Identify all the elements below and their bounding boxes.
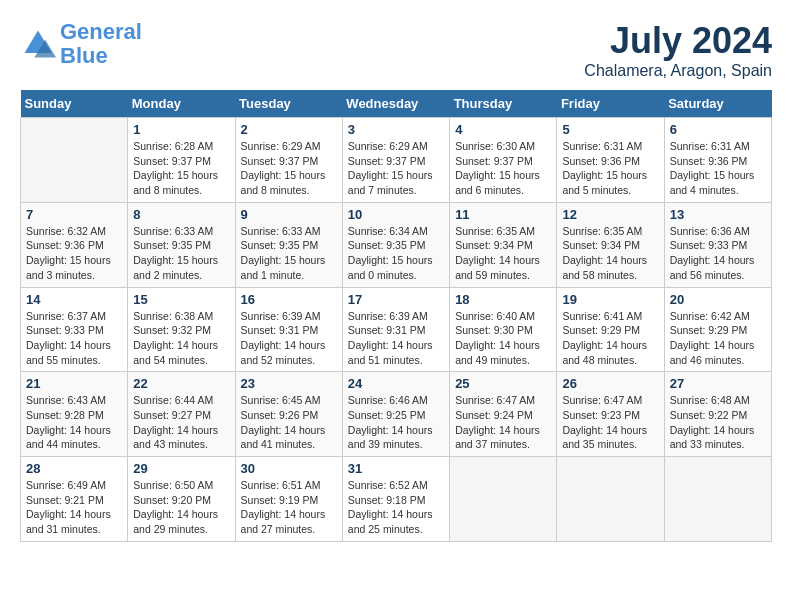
col-header-friday: Friday [557, 90, 664, 118]
calendar-cell: 14Sunrise: 6:37 AMSunset: 9:33 PMDayligh… [21, 287, 128, 372]
day-number: 25 [455, 376, 551, 391]
calendar-cell [664, 457, 771, 542]
day-number: 13 [670, 207, 766, 222]
day-info: Sunrise: 6:33 AMSunset: 9:35 PMDaylight:… [241, 224, 337, 283]
day-number: 15 [133, 292, 229, 307]
calendar-cell: 3Sunrise: 6:29 AMSunset: 9:37 PMDaylight… [342, 118, 449, 203]
calendar-cell: 1Sunrise: 6:28 AMSunset: 9:37 PMDaylight… [128, 118, 235, 203]
calendar-cell: 17Sunrise: 6:39 AMSunset: 9:31 PMDayligh… [342, 287, 449, 372]
calendar-cell: 29Sunrise: 6:50 AMSunset: 9:20 PMDayligh… [128, 457, 235, 542]
day-info: Sunrise: 6:52 AMSunset: 9:18 PMDaylight:… [348, 478, 444, 537]
day-number: 9 [241, 207, 337, 222]
calendar-cell: 10Sunrise: 6:34 AMSunset: 9:35 PMDayligh… [342, 202, 449, 287]
col-header-monday: Monday [128, 90, 235, 118]
day-info: Sunrise: 6:43 AMSunset: 9:28 PMDaylight:… [26, 393, 122, 452]
day-info: Sunrise: 6:34 AMSunset: 9:35 PMDaylight:… [348, 224, 444, 283]
calendar-cell: 28Sunrise: 6:49 AMSunset: 9:21 PMDayligh… [21, 457, 128, 542]
day-number: 20 [670, 292, 766, 307]
week-row-5: 28Sunrise: 6:49 AMSunset: 9:21 PMDayligh… [21, 457, 772, 542]
col-header-saturday: Saturday [664, 90, 771, 118]
day-number: 31 [348, 461, 444, 476]
day-info: Sunrise: 6:42 AMSunset: 9:29 PMDaylight:… [670, 309, 766, 368]
calendar-cell: 4Sunrise: 6:30 AMSunset: 9:37 PMDaylight… [450, 118, 557, 203]
day-number: 24 [348, 376, 444, 391]
calendar-cell [21, 118, 128, 203]
logo-text: General Blue [60, 20, 142, 68]
calendar-cell: 27Sunrise: 6:48 AMSunset: 9:22 PMDayligh… [664, 372, 771, 457]
calendar-cell: 11Sunrise: 6:35 AMSunset: 9:34 PMDayligh… [450, 202, 557, 287]
calendar-cell: 18Sunrise: 6:40 AMSunset: 9:30 PMDayligh… [450, 287, 557, 372]
day-info: Sunrise: 6:48 AMSunset: 9:22 PMDaylight:… [670, 393, 766, 452]
calendar-cell: 2Sunrise: 6:29 AMSunset: 9:37 PMDaylight… [235, 118, 342, 203]
day-info: Sunrise: 6:47 AMSunset: 9:23 PMDaylight:… [562, 393, 658, 452]
day-number: 14 [26, 292, 122, 307]
calendar-cell [450, 457, 557, 542]
calendar-cell: 26Sunrise: 6:47 AMSunset: 9:23 PMDayligh… [557, 372, 664, 457]
day-info: Sunrise: 6:41 AMSunset: 9:29 PMDaylight:… [562, 309, 658, 368]
day-info: Sunrise: 6:46 AMSunset: 9:25 PMDaylight:… [348, 393, 444, 452]
calendar-cell: 9Sunrise: 6:33 AMSunset: 9:35 PMDaylight… [235, 202, 342, 287]
col-header-tuesday: Tuesday [235, 90, 342, 118]
calendar-cell: 5Sunrise: 6:31 AMSunset: 9:36 PMDaylight… [557, 118, 664, 203]
day-number: 6 [670, 122, 766, 137]
calendar-cell: 16Sunrise: 6:39 AMSunset: 9:31 PMDayligh… [235, 287, 342, 372]
day-number: 21 [26, 376, 122, 391]
day-number: 12 [562, 207, 658, 222]
day-info: Sunrise: 6:49 AMSunset: 9:21 PMDaylight:… [26, 478, 122, 537]
calendar-cell: 19Sunrise: 6:41 AMSunset: 9:29 PMDayligh… [557, 287, 664, 372]
day-info: Sunrise: 6:47 AMSunset: 9:24 PMDaylight:… [455, 393, 551, 452]
logo-icon [20, 26, 56, 62]
column-headers: SundayMondayTuesdayWednesdayThursdayFrid… [21, 90, 772, 118]
calendar-table: SundayMondayTuesdayWednesdayThursdayFrid… [20, 90, 772, 542]
page-header: General Blue July 2024 Chalamera, Aragon… [20, 20, 772, 80]
day-info: Sunrise: 6:37 AMSunset: 9:33 PMDaylight:… [26, 309, 122, 368]
day-info: Sunrise: 6:35 AMSunset: 9:34 PMDaylight:… [562, 224, 658, 283]
day-number: 22 [133, 376, 229, 391]
week-row-3: 14Sunrise: 6:37 AMSunset: 9:33 PMDayligh… [21, 287, 772, 372]
day-info: Sunrise: 6:45 AMSunset: 9:26 PMDaylight:… [241, 393, 337, 452]
day-info: Sunrise: 6:50 AMSunset: 9:20 PMDaylight:… [133, 478, 229, 537]
calendar-cell: 21Sunrise: 6:43 AMSunset: 9:28 PMDayligh… [21, 372, 128, 457]
day-info: Sunrise: 6:29 AMSunset: 9:37 PMDaylight:… [241, 139, 337, 198]
calendar-cell [557, 457, 664, 542]
day-number: 16 [241, 292, 337, 307]
col-header-thursday: Thursday [450, 90, 557, 118]
day-number: 18 [455, 292, 551, 307]
week-row-1: 1Sunrise: 6:28 AMSunset: 9:37 PMDaylight… [21, 118, 772, 203]
day-info: Sunrise: 6:39 AMSunset: 9:31 PMDaylight:… [348, 309, 444, 368]
day-info: Sunrise: 6:31 AMSunset: 9:36 PMDaylight:… [670, 139, 766, 198]
calendar-cell: 6Sunrise: 6:31 AMSunset: 9:36 PMDaylight… [664, 118, 771, 203]
logo: General Blue [20, 20, 142, 68]
day-number: 23 [241, 376, 337, 391]
calendar-cell: 25Sunrise: 6:47 AMSunset: 9:24 PMDayligh… [450, 372, 557, 457]
day-info: Sunrise: 6:29 AMSunset: 9:37 PMDaylight:… [348, 139, 444, 198]
day-number: 1 [133, 122, 229, 137]
day-info: Sunrise: 6:31 AMSunset: 9:36 PMDaylight:… [562, 139, 658, 198]
day-info: Sunrise: 6:35 AMSunset: 9:34 PMDaylight:… [455, 224, 551, 283]
day-info: Sunrise: 6:44 AMSunset: 9:27 PMDaylight:… [133, 393, 229, 452]
location-title: Chalamera, Aragon, Spain [584, 62, 772, 80]
day-number: 3 [348, 122, 444, 137]
day-number: 30 [241, 461, 337, 476]
day-info: Sunrise: 6:39 AMSunset: 9:31 PMDaylight:… [241, 309, 337, 368]
day-number: 26 [562, 376, 658, 391]
calendar-cell: 15Sunrise: 6:38 AMSunset: 9:32 PMDayligh… [128, 287, 235, 372]
calendar-cell: 31Sunrise: 6:52 AMSunset: 9:18 PMDayligh… [342, 457, 449, 542]
day-number: 5 [562, 122, 658, 137]
week-row-4: 21Sunrise: 6:43 AMSunset: 9:28 PMDayligh… [21, 372, 772, 457]
calendar-cell: 30Sunrise: 6:51 AMSunset: 9:19 PMDayligh… [235, 457, 342, 542]
calendar-cell: 13Sunrise: 6:36 AMSunset: 9:33 PMDayligh… [664, 202, 771, 287]
title-section: July 2024 Chalamera, Aragon, Spain [584, 20, 772, 80]
day-number: 2 [241, 122, 337, 137]
calendar-cell: 22Sunrise: 6:44 AMSunset: 9:27 PMDayligh… [128, 372, 235, 457]
day-number: 17 [348, 292, 444, 307]
day-number: 29 [133, 461, 229, 476]
day-info: Sunrise: 6:51 AMSunset: 9:19 PMDaylight:… [241, 478, 337, 537]
day-number: 4 [455, 122, 551, 137]
col-header-sunday: Sunday [21, 90, 128, 118]
day-info: Sunrise: 6:36 AMSunset: 9:33 PMDaylight:… [670, 224, 766, 283]
day-number: 7 [26, 207, 122, 222]
day-info: Sunrise: 6:40 AMSunset: 9:30 PMDaylight:… [455, 309, 551, 368]
col-header-wednesday: Wednesday [342, 90, 449, 118]
calendar-cell: 12Sunrise: 6:35 AMSunset: 9:34 PMDayligh… [557, 202, 664, 287]
